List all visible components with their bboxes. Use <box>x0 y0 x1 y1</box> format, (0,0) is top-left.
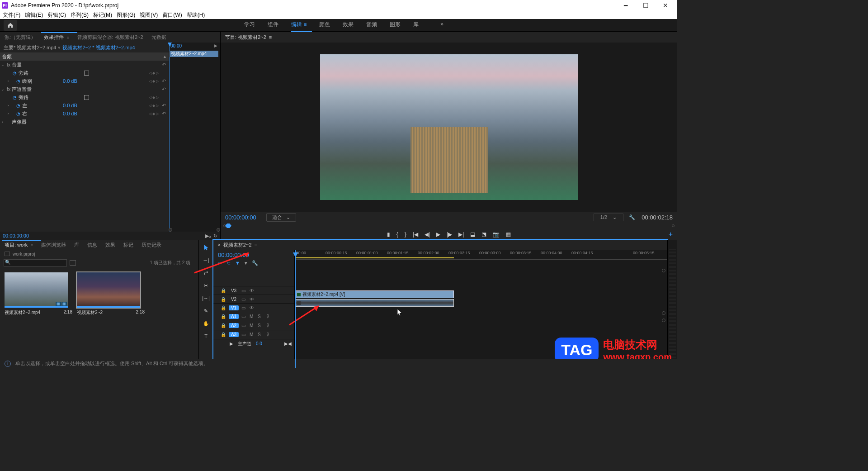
menu-sequence[interactable]: 序列(S) <box>71 11 89 19</box>
linked-selection-icon[interactable]: ⊂ <box>226 260 231 266</box>
project-item-sequence[interactable]: 视频素材2~22:18 <box>77 272 145 357</box>
workspace-tab-assembly[interactable]: 组件 <box>268 21 278 29</box>
effect-category-audio[interactable]: 音频▲ <box>0 52 169 61</box>
menu-window[interactable]: 窗口(W) <box>162 11 182 19</box>
project-breadcrumb[interactable]: work.prproj <box>0 250 198 258</box>
tab-effects[interactable]: 效果 <box>105 242 115 248</box>
workspace-tab-color[interactable]: 颜色 <box>319 21 330 29</box>
razor-tool[interactable]: ✂ <box>202 281 210 290</box>
ripple-edit-tool[interactable]: ⇄ <box>202 269 210 277</box>
effect-row-level[interactable]: ›◔级别0.0 dB◁ ◆ ▷↶ <box>0 77 169 85</box>
track-master[interactable]: ▶主声道0.0▶◀ <box>213 339 294 348</box>
effect-playhead[interactable] <box>170 43 170 232</box>
program-scrubber[interactable] <box>225 224 673 228</box>
tab-metadata[interactable]: 元数据 <box>151 34 166 41</box>
home-button[interactable] <box>4 20 17 31</box>
play-button[interactable]: ▶ <box>436 231 440 238</box>
tab-source[interactable]: 源:（无剪辑） <box>5 34 36 41</box>
workspace-tab-library[interactable]: 库 <box>413 21 419 29</box>
effect-row-left[interactable]: ›◔左0.0 dB◁ ◆ ▷↶ <box>0 101 169 109</box>
workspace-tab-graphics[interactable]: 图形 <box>390 21 401 29</box>
menu-graphic[interactable]: 图形(G) <box>117 11 135 19</box>
export-frame-button[interactable]: 📷 <box>493 231 500 238</box>
selection-tool[interactable] <box>202 243 210 252</box>
scroll-dot[interactable] <box>662 319 665 322</box>
menu-edit[interactable]: 编辑(E) <box>25 11 43 19</box>
mark-out-button[interactable]: } <box>405 231 406 238</box>
project-search-input[interactable] <box>4 259 67 266</box>
go-to-out-button[interactable]: ▶| <box>458 231 464 238</box>
menu-file[interactable]: 文件(F) <box>3 11 20 19</box>
tab-media-browser[interactable]: 媒体浏览器 <box>41 242 66 248</box>
minimize-button[interactable]: ━ <box>616 0 636 11</box>
work-area-bar[interactable] <box>295 257 454 258</box>
track-select-tool[interactable]: →| <box>202 256 210 264</box>
marker-button[interactable]: ▮ <box>387 231 390 238</box>
scroll-dot[interactable] <box>662 269 665 272</box>
menu-marker[interactable]: 标记(M) <box>93 11 112 19</box>
comparison-button[interactable]: ▦ <box>506 231 511 238</box>
effect-section-panner[interactable]: ›声像器 <box>0 118 169 126</box>
workspace-tab-learn[interactable]: 学习 <box>244 21 255 29</box>
track-v1[interactable]: 🔒V1▭👁 <box>213 303 294 312</box>
wrench-icon[interactable]: 🔧 <box>252 260 258 266</box>
effect-row-bypass-2[interactable]: ◔旁路◁ ◆ ▷ <box>0 93 169 101</box>
tab-effect-controls[interactable]: 效果控件 ≡ <box>44 34 69 41</box>
workspace-tab-editing[interactable]: 编辑 ≡ <box>291 21 307 29</box>
track-v2[interactable]: 🔒V2▭👁 <box>213 295 294 303</box>
checkbox-icon[interactable] <box>84 95 89 100</box>
project-item-clip[interactable]: ▦▦ 视频素材2~2.mp42:18 <box>5 272 72 357</box>
mark-in-button[interactable]: { <box>396 231 398 238</box>
effect-section-volume[interactable]: ⌄fx音量↶ <box>0 61 169 69</box>
maximize-button[interactable]: ☐ <box>636 0 656 11</box>
track-a2[interactable]: 🔒A2▭MS🎙 <box>213 321 294 330</box>
scrubber-end-handle[interactable] <box>672 224 675 227</box>
track-v3[interactable]: 🔒V3▭👁 <box>213 286 294 295</box>
program-settings-button[interactable]: 🔧 <box>629 214 635 220</box>
go-to-in-button[interactable]: |◀ <box>413 231 418 238</box>
lift-button[interactable]: ⬓ <box>470 231 475 238</box>
snap-icon[interactable]: ⥈ <box>218 260 222 266</box>
track-a3[interactable]: 🔒A3▭MS🎙 <box>213 330 294 339</box>
step-forward-button[interactable]: |▶ <box>447 231 452 238</box>
tab-project[interactable]: 项目: work ≡ <box>5 242 33 248</box>
tab-markers[interactable]: 标记 <box>123 242 133 248</box>
workspace-tab-effects[interactable]: 效果 <box>343 21 354 29</box>
timeline-audio-clip[interactable] <box>295 299 454 307</box>
pen-tool[interactable]: ✎ <box>202 307 210 315</box>
program-timecode[interactable]: 00:00:00:00 <box>225 214 256 221</box>
add-marker-icon[interactable]: ▼ <box>235 260 240 266</box>
play-only-icon[interactable]: ▶₀ <box>205 233 211 239</box>
close-button[interactable]: ✕ <box>656 0 675 11</box>
type-tool[interactable]: T <box>202 332 210 340</box>
tab-libraries[interactable]: 库 <box>74 242 79 248</box>
timeline-video-clip[interactable]: 视频素材2~2.mp4 [V] <box>295 290 454 298</box>
timeline-playhead[interactable] <box>295 250 296 368</box>
scroll-dot[interactable] <box>662 311 665 315</box>
timeline-ruler[interactable]: :00:00 00:00:00:15 00:00:01:00 00:00:01:… <box>295 250 667 260</box>
slip-tool[interactable]: |↔| <box>202 294 210 302</box>
add-button[interactable]: + <box>669 230 673 238</box>
program-monitor[interactable] <box>221 43 677 212</box>
program-scrubber-handle[interactable] <box>225 224 231 228</box>
hand-tool[interactable]: ✋ <box>202 319 210 328</box>
timeline-timecode[interactable]: 00:00:00:00 <box>213 250 294 260</box>
checkbox-icon[interactable] <box>84 71 89 76</box>
track-a1[interactable]: 🔒A1▭MS🎙 <box>213 312 294 321</box>
workspace-tab-audio[interactable]: 音频 <box>366 21 377 29</box>
filter-icon[interactable] <box>70 260 76 266</box>
workspace-overflow-button[interactable]: » <box>440 21 443 29</box>
menu-clip[interactable]: 剪辑(C) <box>47 11 66 19</box>
effect-section-channel-volume[interactable]: ⌄fx声道音量↶ <box>0 85 169 93</box>
effect-row-bypass-1[interactable]: ◔旁路◁ ◆ ▷ <box>0 69 169 77</box>
extract-button[interactable]: ⬔ <box>481 231 486 238</box>
effect-row-right[interactable]: ›◔右0.0 dB◁ ◆ ▷↶ <box>0 109 169 118</box>
menu-view[interactable]: 视图(V) <box>140 11 158 19</box>
menu-help[interactable]: 帮助(H) <box>187 11 205 19</box>
tab-info[interactable]: 信息 <box>87 242 97 248</box>
timeline-settings-icon[interactable]: ▾ <box>245 260 247 266</box>
step-back-button[interactable]: ◀| <box>425 231 430 238</box>
tab-audio-mixer[interactable]: 音频剪辑混合器: 视频素材2~2 <box>77 34 143 41</box>
loop-icon[interactable]: ↻ <box>213 233 217 239</box>
tab-history[interactable]: 历史记录 <box>142 242 161 248</box>
